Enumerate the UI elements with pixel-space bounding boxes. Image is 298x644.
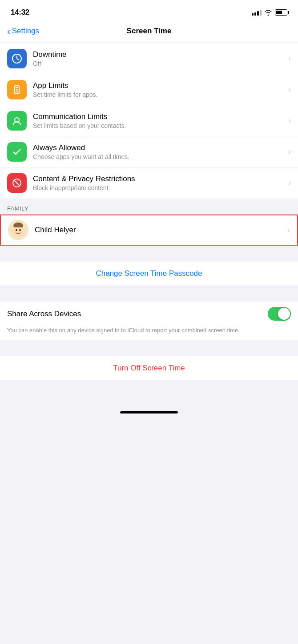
chevron-left-icon: ‹ bbox=[7, 27, 10, 36]
gap-after-family bbox=[0, 246, 298, 262]
always-allowed-subtitle: Choose apps you want at all times. bbox=[33, 153, 285, 160]
nav-header: ‹ Settings Screen Time bbox=[0, 22, 298, 43]
communication-limits-title: Communication Limits bbox=[33, 112, 285, 121]
status-time: 14:32 bbox=[11, 8, 29, 17]
share-devices-label: Share Across Devices bbox=[7, 310, 268, 318]
gap-after-passcode bbox=[0, 286, 298, 302]
communication-limits-menu-item[interactable]: Communication Limits Set limits based on… bbox=[0, 105, 298, 136]
turnoff-label: Turn Off Screen Time bbox=[113, 364, 185, 373]
battery-icon bbox=[275, 9, 287, 16]
status-bar: 14:32 bbox=[0, 0, 298, 22]
child-chevron: › bbox=[287, 226, 290, 235]
child-name: Child Helyer bbox=[35, 226, 284, 235]
app-limits-chevron: › bbox=[288, 85, 291, 94]
app-limits-subtitle: Set time limits for apps. bbox=[33, 91, 285, 98]
downtime-subtitle: Off bbox=[33, 60, 285, 67]
always-allowed-icon bbox=[7, 142, 27, 162]
turn-off-button[interactable]: Turn Off Screen Time bbox=[0, 356, 298, 380]
downtime-text: Downtime Off bbox=[33, 50, 285, 67]
back-label: Settings bbox=[12, 27, 39, 36]
svg-point-8 bbox=[16, 229, 17, 231]
turnoff-section: Turn Off Screen Time bbox=[0, 356, 298, 380]
family-section: Child Helyer › bbox=[0, 215, 298, 246]
content-privacy-subtitle: Block inappropriate content. bbox=[33, 184, 285, 191]
share-devices-item: Share Across Devices bbox=[0, 302, 298, 326]
back-button[interactable]: ‹ Settings bbox=[7, 27, 39, 36]
communication-limits-chevron: › bbox=[288, 116, 291, 125]
always-allowed-menu-item[interactable]: Always Allowed Choose apps you want at a… bbox=[0, 136, 298, 167]
downtime-icon bbox=[7, 49, 27, 68]
gap-after-toggle bbox=[0, 340, 298, 356]
downtime-menu-item[interactable]: Downtime Off › bbox=[0, 43, 298, 74]
svg-point-10 bbox=[12, 230, 14, 232]
content-privacy-menu-item[interactable]: Content & Privacy Restrictions Block ina… bbox=[0, 167, 298, 199]
share-devices-toggle[interactable] bbox=[268, 307, 291, 321]
signal-icon bbox=[252, 9, 262, 16]
child-avatar bbox=[8, 220, 28, 240]
app-limits-title: App Limits bbox=[33, 81, 285, 90]
passcode-section: Change Screen Time Passcode bbox=[0, 262, 298, 286]
share-devices-description-container: You can enable this on any device signed… bbox=[0, 326, 298, 340]
home-indicator bbox=[0, 407, 298, 418]
downtime-title: Downtime bbox=[33, 50, 285, 59]
change-passcode-button[interactable]: Change Screen Time Passcode bbox=[0, 262, 298, 286]
content-privacy-title: Content & Privacy Restrictions bbox=[33, 175, 285, 183]
svg-point-11 bbox=[22, 230, 25, 232]
app-limits-menu-item[interactable]: App Limits Set time limits for apps. › bbox=[0, 74, 298, 105]
status-icons bbox=[252, 9, 287, 16]
wifi-icon bbox=[264, 9, 272, 16]
communication-limits-icon bbox=[7, 111, 27, 131]
toggle-knob bbox=[278, 308, 290, 320]
downtime-chevron: › bbox=[288, 54, 291, 63]
share-devices-section: Share Across Devices You can enable this… bbox=[0, 302, 298, 340]
content-privacy-chevron: › bbox=[288, 179, 291, 188]
always-allowed-title: Always Allowed bbox=[33, 143, 285, 152]
always-allowed-text: Always Allowed Choose apps you want at a… bbox=[33, 143, 285, 160]
family-section-label: FAMILY bbox=[7, 205, 28, 212]
app-limits-icon bbox=[7, 80, 27, 99]
child-helyer-item[interactable]: Child Helyer › bbox=[0, 215, 298, 246]
always-allowed-chevron: › bbox=[288, 147, 291, 156]
svg-point-9 bbox=[19, 229, 21, 231]
family-section-gap: FAMILY bbox=[0, 199, 298, 215]
share-devices-description: You can enable this on any device signed… bbox=[7, 327, 240, 334]
content-privacy-text: Content & Privacy Restrictions Block ina… bbox=[33, 175, 285, 191]
content-privacy-icon bbox=[7, 173, 27, 193]
home-bar bbox=[120, 411, 178, 413]
passcode-label: Change Screen Time Passcode bbox=[96, 269, 202, 278]
communication-limits-subtitle: Set limits based on your contacts. bbox=[33, 122, 285, 129]
main-menu-section: Downtime Off › App Limits Set time limit… bbox=[0, 43, 298, 199]
page-title: Screen Time bbox=[127, 27, 172, 36]
communication-limits-text: Communication Limits Set limits based on… bbox=[33, 112, 285, 129]
app-limits-text: App Limits Set time limits for apps. bbox=[33, 81, 285, 98]
bottom-spacer bbox=[0, 380, 298, 407]
